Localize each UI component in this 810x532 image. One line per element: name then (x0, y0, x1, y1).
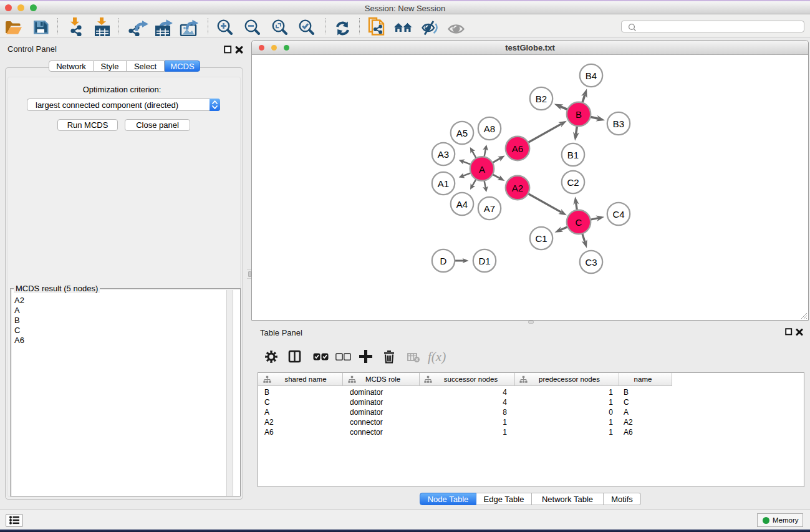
svg-text:B2: B2 (536, 94, 547, 104)
svg-text:C4: C4 (612, 209, 624, 220)
svg-text:B1: B1 (567, 150, 579, 160)
svg-text:A8: A8 (484, 123, 495, 134)
svg-text:C3: C3 (585, 257, 597, 268)
svg-text:C2: C2 (567, 177, 579, 188)
svg-text:B: B (576, 109, 582, 120)
svg-text:A2: A2 (512, 183, 523, 193)
svg-text:A: A (479, 164, 485, 175)
svg-text:A7: A7 (484, 203, 495, 214)
svg-text:A3: A3 (438, 149, 449, 160)
svg-text:B4: B4 (586, 70, 597, 81)
svg-text:D: D (440, 256, 447, 266)
svg-text:A1: A1 (438, 178, 449, 189)
svg-text:C1: C1 (535, 233, 547, 244)
svg-text:C: C (576, 217, 582, 228)
svg-text:A6: A6 (512, 143, 523, 154)
svg-text:A5: A5 (456, 128, 468, 138)
svg-text:D1: D1 (478, 256, 490, 266)
svg-text:B3: B3 (613, 118, 624, 129)
svg-text:A4: A4 (456, 199, 468, 210)
